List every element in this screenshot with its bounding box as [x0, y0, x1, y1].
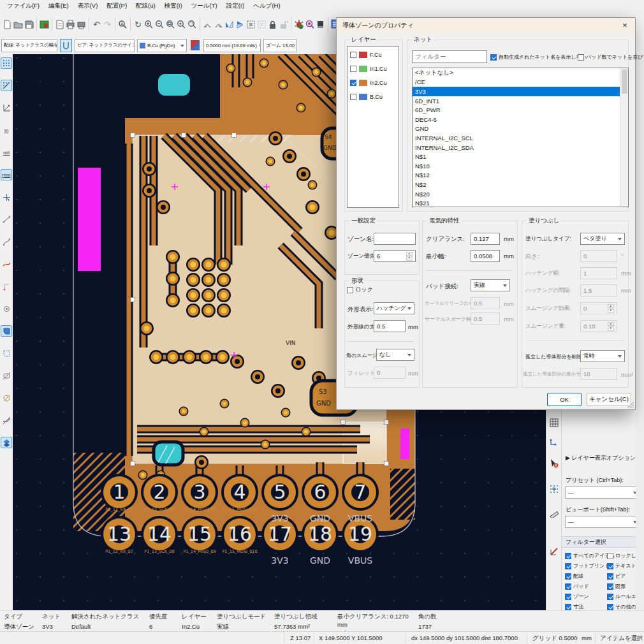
- checkbox[interactable]: [350, 94, 356, 100]
- search-icon[interactable]: A: [117, 16, 128, 33]
- corner-smoothing-select[interactable]: なし: [376, 349, 414, 361]
- filter-item[interactable]: ゾーン: [565, 593, 607, 600]
- ok-button[interactable]: OK: [547, 393, 582, 406]
- open-board-icon[interactable]: [13, 16, 24, 33]
- zone-name-input[interactable]: [374, 233, 416, 245]
- units-inches-icon[interactable]: in: [1, 124, 12, 136]
- preset-select[interactable]: ---: [565, 487, 640, 499]
- cursor-delete-icon[interactable]: [548, 457, 560, 469]
- active-layer-select[interactable]: B.Cu (PgDn): [137, 39, 187, 52]
- layer-presentation-icon[interactable]: [1, 437, 12, 448]
- checkbox[interactable]: [607, 583, 613, 590]
- layer-row[interactable]: In2.Cu: [350, 80, 399, 86]
- polar-coords-icon[interactable]: [1, 102, 12, 113]
- zone-outline-icon[interactable]: [1, 348, 12, 359]
- menu-item[interactable]: 表示(V): [73, 1, 103, 11]
- via-size-select[interactable]: ビア: ネットクラスのサイズを使用: [75, 39, 135, 52]
- filter-item[interactable]: 寸法: [565, 603, 607, 610]
- checkbox[interactable]: [607, 563, 613, 569]
- redo-icon[interactable]: ↷: [102, 16, 113, 33]
- net-row[interactable]: 6D_INT1: [413, 96, 628, 106]
- zoom-fit-icon[interactable]: [165, 16, 176, 33]
- rotate-cw-icon[interactable]: [213, 16, 224, 33]
- sketch-pads-icon[interactable]: [1, 370, 12, 381]
- menu-item[interactable]: 配線(u): [131, 1, 160, 11]
- hide-auto-nets-checkbox[interactable]: 自動生成されたネット名を表示しない: [490, 54, 587, 61]
- net-row[interactable]: N$20: [413, 189, 628, 199]
- lock-checkbox[interactable]: ロック: [347, 286, 373, 294]
- min-width-input[interactable]: 0.0508: [471, 250, 500, 262]
- plot-icon[interactable]: [76, 16, 87, 33]
- checkbox[interactable]: [350, 80, 356, 86]
- zone-fill-icon[interactable]: [1, 325, 12, 337]
- layer-row[interactable]: F.Cu: [350, 52, 399, 58]
- zoom-select[interactable]: ズーム 13.00: [263, 39, 296, 52]
- checkbox[interactable]: [607, 604, 613, 610]
- layer-row[interactable]: B.Cu: [350, 94, 399, 100]
- zoom-selection-icon[interactable]: [187, 16, 198, 33]
- origin-marker-icon[interactable]: [548, 437, 560, 449]
- checkbox[interactable]: [565, 583, 571, 590]
- net-row[interactable]: 3V3: [413, 87, 628, 96]
- zoom-out-icon[interactable]: [154, 16, 165, 33]
- sort-by-pads-checkbox[interactable]: パッド数でネットを並び替え: [578, 54, 644, 61]
- net-row[interactable]: N$21: [413, 198, 628, 207]
- layer-pair-icon[interactable]: [191, 40, 200, 50]
- outline-display-select[interactable]: ハッチング: [374, 302, 414, 314]
- board-setup-icon[interactable]: [39, 16, 50, 33]
- ungroup-icon[interactable]: [256, 16, 267, 33]
- save-icon[interactable]: [24, 16, 34, 33]
- net-row[interactable]: /CE: [413, 78, 628, 87]
- checkbox[interactable]: [607, 573, 613, 580]
- magenta-rect-small[interactable]: [400, 428, 409, 459]
- menu-item[interactable]: 編集(E): [44, 1, 73, 11]
- net-row[interactable]: N$1: [413, 152, 628, 161]
- scrollbar-thumb[interactable]: [622, 70, 627, 94]
- local-ratsnest-icon[interactable]: [1, 281, 12, 292]
- net-row[interactable]: GND: [413, 124, 628, 134]
- measure-icon[interactable]: [548, 507, 560, 519]
- cyan-pad[interactable]: [156, 72, 192, 98]
- menu-item[interactable]: ファイル(F): [3, 1, 44, 11]
- undo-icon[interactable]: ↶: [91, 16, 102, 33]
- net-highlight-icon[interactable]: [1, 258, 12, 270]
- grid-table-icon[interactable]: [548, 416, 560, 428]
- net-row[interactable]: N$2: [413, 180, 628, 189]
- page-settings-icon[interactable]: [54, 16, 65, 33]
- net-list[interactable]: <ネットなし>/CE3V36D_INT16D_PWRDEC4-6GNDINTER…: [412, 68, 629, 207]
- pad-connection-select[interactable]: 実線: [471, 279, 510, 291]
- ruler-icon[interactable]: [548, 545, 560, 557]
- net-row[interactable]: 6D_PWR: [413, 105, 628, 115]
- flip-vertical-icon[interactable]: [235, 16, 245, 33]
- filter-item[interactable]: 配線: [565, 573, 607, 580]
- net-row[interactable]: INTERNAL_I2C_SDA: [413, 143, 628, 152]
- sketch-tracks-icon[interactable]: [1, 414, 12, 426]
- net-row[interactable]: N$12: [413, 171, 628, 180]
- checkbox[interactable]: [565, 563, 571, 569]
- checkbox[interactable]: [565, 604, 571, 610]
- remove-islands-select[interactable]: 常時: [580, 350, 625, 362]
- fill-type-select[interactable]: ベタ塗り: [580, 233, 625, 245]
- drc-icon[interactable]: [293, 16, 304, 33]
- scrollbar[interactable]: [620, 68, 628, 207]
- track-width-select[interactable]: 配線: ネットクラスの幅を使用: [1, 39, 57, 52]
- net-row[interactable]: <ネットなし>: [413, 68, 628, 78]
- dialog-title[interactable]: 導体ゾーンのプロパティ: [337, 18, 635, 33]
- snap-grid-icon[interactable]: [548, 483, 560, 495]
- flip-horizontal-icon[interactable]: [224, 16, 235, 33]
- checkbox[interactable]: [607, 594, 613, 600]
- checkbox[interactable]: [350, 52, 356, 58]
- grid-dots-icon[interactable]: [1, 57, 12, 69]
- net-row[interactable]: DEC4-6: [413, 115, 628, 124]
- checkbox[interactable]: [565, 573, 571, 580]
- cancel-button[interactable]: キャンセル(C): [587, 393, 631, 406]
- menu-item[interactable]: ツール(T): [187, 1, 222, 11]
- checkbox[interactable]: [607, 553, 613, 559]
- filter-item[interactable]: フットプリント: [565, 562, 607, 569]
- refresh-icon[interactable]: ↻: [133, 16, 143, 33]
- spinner-buttons[interactable]: ▲▼: [406, 252, 413, 261]
- grid-override-icon[interactable]: [1, 80, 12, 91]
- layer-row[interactable]: In1.Cu: [350, 66, 399, 72]
- unlock-icon[interactable]: [278, 16, 289, 33]
- zone-priority-input[interactable]: 6▲▼: [374, 250, 416, 262]
